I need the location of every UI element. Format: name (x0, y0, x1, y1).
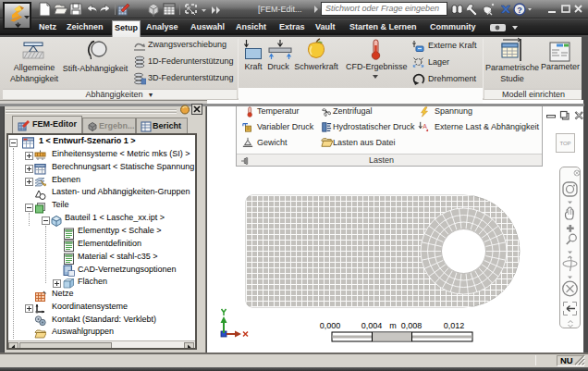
svg-text:A: A (423, 123, 427, 130)
svg-text:0,004: 0,004 (361, 321, 383, 330)
svg-text:0,008: 0,008 (401, 321, 423, 330)
svg-text:0,012: 0,012 (444, 321, 465, 330)
svg-text:m: m (389, 321, 397, 330)
svg-text:?: ? (517, 6, 522, 15)
svg-text:0,000: 0,000 (320, 321, 341, 330)
